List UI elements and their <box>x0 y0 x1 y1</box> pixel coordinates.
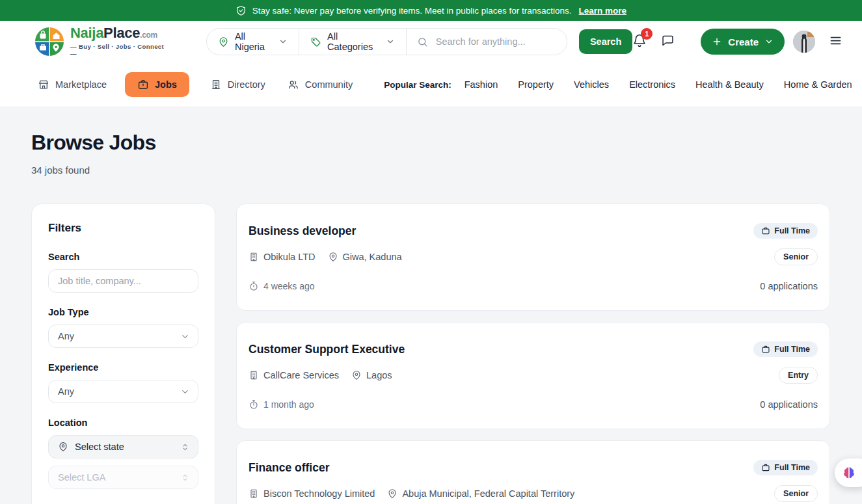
job-company: CallCare Services <box>263 370 339 380</box>
job-type-label: Full Time <box>774 463 810 472</box>
logo[interactable]: NaijaPlace.com — Buy · Sell · Jobs · Con… <box>34 26 165 57</box>
plus-icon <box>712 36 722 47</box>
popular-item-home-garden[interactable]: Home & Garden <box>784 79 852 90</box>
job-type-value: Any <box>58 331 180 341</box>
search-button[interactable]: Search <box>579 29 632 54</box>
logo-name-naija: Naija <box>70 25 103 41</box>
briefcase-icon <box>761 345 770 354</box>
job-type-label: Full Time <box>774 345 810 354</box>
brain-icon <box>842 466 856 480</box>
experience-value: Any <box>58 386 180 397</box>
tag-icon <box>310 36 321 47</box>
nav-tab-label: Directory <box>228 79 265 90</box>
job-level-badge: Senior <box>774 485 818 502</box>
nav-tab-label: Community <box>305 79 353 90</box>
job-posted-time: 1 month ago <box>263 399 314 410</box>
avatar[interactable] <box>793 31 815 53</box>
state-select[interactable]: Select state <box>48 435 198 458</box>
logo-tld: .com <box>140 31 157 40</box>
create-button[interactable]: Create <box>701 29 785 55</box>
job-title: Customer Support Executive <box>249 343 405 356</box>
job-location: Giwa, Kaduna <box>343 252 402 262</box>
chevron-down-icon <box>278 37 288 46</box>
popular-search-label: Popular Search: <box>384 80 451 90</box>
nav-tab-jobs[interactable]: Jobs <box>125 72 189 97</box>
primary-nav: Marketplace Jobs Directory Community Pop… <box>0 62 862 107</box>
job-list: Business developer Full Time Obikula LTD <box>236 204 830 504</box>
job-type-select[interactable]: Any <box>48 325 198 348</box>
filter-location-label: Location <box>48 418 198 428</box>
nav-tab-directory[interactable]: Directory <box>209 72 267 97</box>
job-level-badge: Entry <box>779 367 818 384</box>
job-card[interactable]: Customer Support Executive Full Time Cal… <box>236 322 830 429</box>
job-location: Lagos <box>366 370 392 380</box>
building-icon <box>249 488 259 499</box>
chevron-down-icon <box>386 37 395 46</box>
briefcase-icon <box>761 463 770 472</box>
header-actions: 1 Create <box>632 29 842 55</box>
popular-item-health-beauty[interactable]: Health & Beauty <box>695 79 764 90</box>
chevron-down-icon <box>180 332 190 341</box>
logo-tagline: — Buy · Sell · Jobs · Connect — <box>70 43 165 57</box>
job-company: Biscon Technology Limited <box>263 488 375 499</box>
job-applications-count: 0 applications <box>760 399 818 410</box>
building-icon <box>249 252 259 262</box>
results-count: 34 jobs found <box>31 165 830 176</box>
logo-text: NaijaPlace.com — Buy · Sell · Jobs · Con… <box>70 26 165 57</box>
chevron-down-icon <box>764 37 774 46</box>
nav-tab-community[interactable]: Community <box>286 72 354 97</box>
popular-item-electronics[interactable]: Electronics <box>629 79 675 90</box>
popular-item-property[interactable]: Property <box>518 79 554 90</box>
search-input[interactable] <box>435 36 556 47</box>
popular-item-fashion[interactable]: Fashion <box>465 79 498 90</box>
job-title: Finance officer <box>249 461 329 475</box>
briefcase-icon <box>137 79 149 90</box>
lga-select-value: Select LGA <box>58 472 180 483</box>
location-filter-dropdown[interactable]: All Nigeria <box>207 29 299 55</box>
filters-title: Filters <box>48 222 198 235</box>
job-company: Obikula LTD <box>263 252 316 262</box>
building-icon <box>249 370 259 380</box>
job-card[interactable]: Finance officer Full Time Biscon Technol… <box>236 440 830 504</box>
filter-search-input[interactable] <box>48 269 198 293</box>
category-filter-value: All Categories <box>327 31 380 52</box>
job-card[interactable]: Business developer Full Time Obikula LTD <box>236 204 830 311</box>
stopwatch-icon <box>249 281 259 291</box>
chevrons-up-down-icon <box>180 473 190 483</box>
location-pin-icon <box>387 488 397 499</box>
job-applications-count: 0 applications <box>760 281 818 291</box>
chevrons-up-down-icon <box>180 442 190 452</box>
shield-check-icon <box>236 5 247 16</box>
assistant-fab[interactable] <box>835 458 862 487</box>
experience-select[interactable]: Any <box>48 380 198 403</box>
filter-job-type-label: Job Type <box>48 307 198 317</box>
stopwatch-icon <box>249 399 259 410</box>
job-location: Abuja Municipal, Federal Capital Territo… <box>402 488 574 499</box>
main-content: Browse Jobs 34 jobs found Filters Search… <box>0 107 862 504</box>
popular-item-vehicles[interactable]: Vehicles <box>574 79 609 90</box>
nav-tab-marketplace[interactable]: Marketplace <box>36 72 108 97</box>
header-search-group: All Nigeria All Categories <box>206 28 567 55</box>
learn-more-link[interactable]: Learn more <box>579 6 627 16</box>
create-button-label: Create <box>728 36 759 47</box>
chevron-down-icon <box>180 387 190 397</box>
notifications-button[interactable]: 1 <box>632 33 647 50</box>
search-icon <box>417 36 428 47</box>
logo-icon <box>34 27 64 57</box>
job-type-badge: Full Time <box>753 223 818 239</box>
category-filter-dropdown[interactable]: All Categories <box>299 29 406 55</box>
safety-banner-text: Stay safe: Never pay before verifying it… <box>252 6 572 16</box>
filter-search-label: Search <box>48 252 198 262</box>
menu-button[interactable] <box>829 34 842 49</box>
filter-experience-label: Experience <box>48 362 198 373</box>
lga-select[interactable]: Select LGA <box>48 466 198 489</box>
job-type-label: Full Time <box>774 226 810 235</box>
job-level-badge: Senior <box>774 248 818 265</box>
building-icon <box>210 79 222 90</box>
location-pin-icon <box>58 442 68 452</box>
storefront-icon <box>38 79 49 90</box>
messages-button[interactable] <box>661 34 675 50</box>
search-field-wrap <box>407 29 567 55</box>
location-pin-icon <box>218 36 229 47</box>
job-type-badge: Full Time <box>753 341 818 357</box>
